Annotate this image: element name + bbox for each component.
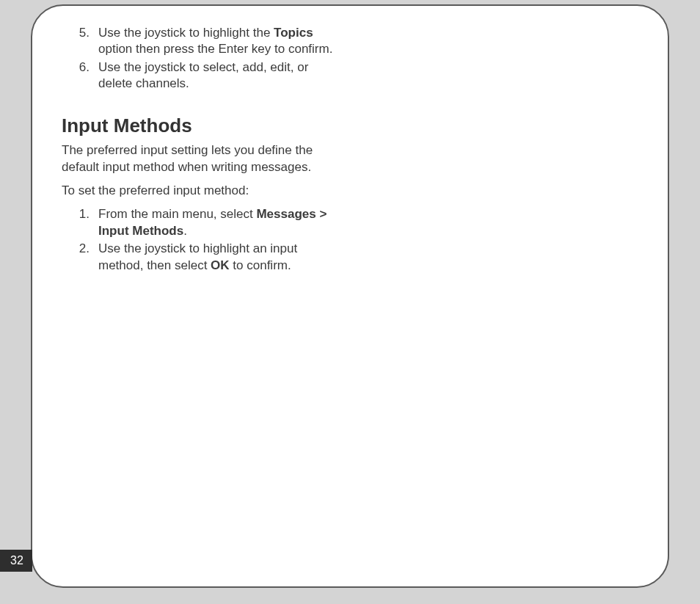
manual-page: 5. Use the joystick to highlight the Top… — [31, 4, 669, 588]
list-item-text-post: . — [183, 224, 187, 238]
list-item: 1. From the main menu, select Messages >… — [78, 206, 340, 239]
list-item: 6. Use the joystick to select, add, edit… — [78, 59, 340, 92]
list-item-text-post: to confirm. — [230, 258, 291, 272]
section-heading: Input Methods — [62, 113, 340, 138]
page-content: 5. Use the joystick to highlight the Top… — [32, 6, 370, 290]
list-item-text-bold: Topics — [274, 26, 313, 40]
list-item-body: From the main menu, select Messages > In… — [98, 206, 340, 239]
list-item-body: Use the joystick to highlight the Topics… — [98, 25, 340, 58]
section-paragraph: To set the preferred input method: — [62, 183, 340, 199]
page-number: 32 — [0, 550, 32, 572]
list-item-number: 1. — [78, 206, 98, 239]
list-item-body: Use the joystick to highlight an input m… — [98, 241, 340, 274]
list-item-text-pre: Use the joystick to highlight the — [98, 26, 274, 40]
list-item-body: Use the joystick to select, add, edit, o… — [98, 59, 340, 92]
list-item: 2. Use the joystick to highlight an inpu… — [78, 241, 340, 274]
list-item-text-bold: OK — [211, 258, 230, 272]
list-item-text-pre: From the main menu, select — [98, 207, 256, 221]
list-item-text-pre: Use the joystick to select, add, edit, o… — [98, 60, 308, 90]
list-item-number: 5. — [78, 25, 98, 58]
continued-numbered-list: 5. Use the joystick to highlight the Top… — [78, 25, 340, 92]
list-item-number: 6. — [78, 59, 98, 92]
list-item: 5. Use the joystick to highlight the Top… — [78, 25, 340, 58]
section-numbered-list: 1. From the main menu, select Messages >… — [78, 206, 340, 274]
list-item-number: 2. — [78, 241, 98, 274]
section-paragraph: The preferred input setting lets you def… — [62, 142, 340, 175]
list-item-text-post: option then press the Enter key to confi… — [98, 42, 332, 56]
